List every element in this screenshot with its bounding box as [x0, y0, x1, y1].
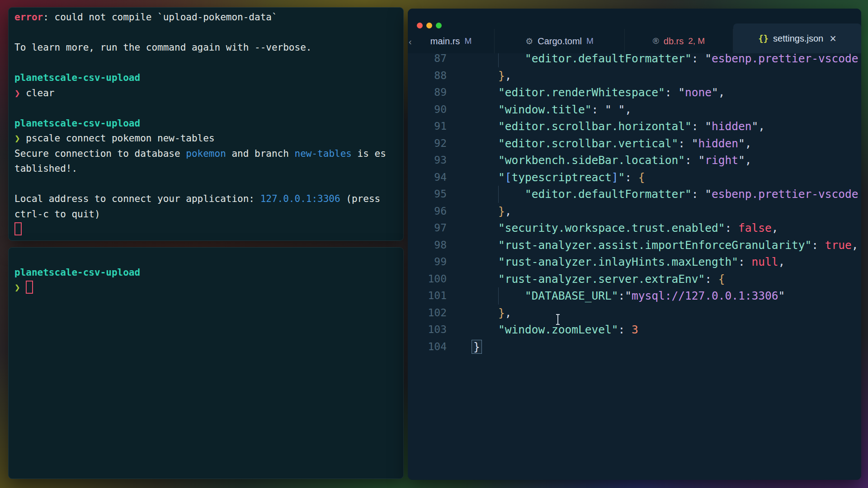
line-number: 87: [416, 53, 447, 67]
tab-label: db.rs: [664, 36, 684, 47]
line-number: 95: [416, 186, 447, 203]
line-number: 104: [416, 338, 447, 356]
code-text: "window.title": " ",: [472, 101, 632, 118]
code-line-87: 87"editor.defaultFormatter": "esbenp.pre…: [408, 53, 861, 67]
code-line-89: 89"editor.renderWhitespace": "none",: [408, 84, 861, 101]
terminal-line: [14, 101, 403, 116]
code-line-96: 96},: [408, 203, 861, 220]
code-text: "DATABASE_URL":"mysql://127.0.0.1:3306": [472, 287, 785, 305]
line-number: 88: [416, 67, 447, 84]
code-text: "rust-analyzer.assist.importEnforceGranu…: [472, 237, 859, 254]
line-number: 96: [416, 203, 447, 220]
code-line-101: 101"DATABASE_URL":"mysql://127.0.0.1:330…: [408, 287, 861, 305]
line-number: 98: [416, 237, 447, 254]
line-number: 90: [416, 101, 447, 118]
code-line-90: 90"window.title": " ",: [408, 101, 861, 118]
tab-cargo-toml[interactable]: ⚙Cargo.tomlM: [495, 29, 625, 53]
code-text: "editor.defaultFormatter": "esbenp.prett…: [472, 53, 859, 67]
close-button[interactable]: [417, 23, 423, 28]
text-ibeam-cursor: [555, 314, 561, 325]
code-text: "editor.scrollbar.vertical": "hidden",: [472, 135, 752, 152]
code-text: },: [472, 67, 512, 84]
code-line-98: 98"rust-analyzer.assist.importEnforceGra…: [408, 237, 861, 254]
code-line-91: 91"editor.scrollbar.horizontal": "hidden…: [408, 118, 861, 135]
terminal-line: ❯ clear: [14, 86, 403, 101]
code-line-93: 93"workbench.sideBar.location": "right",: [408, 152, 861, 169]
code-text: "[typescriptreact]": {: [472, 169, 645, 186]
terminal-line: ❯ pscale connect pokemon new-tables: [14, 131, 403, 146]
line-number: 101: [416, 287, 447, 305]
terminal-line: tablished!.: [14, 161, 403, 177]
gear-icon: ⚙: [525, 36, 533, 47]
line-number: 91: [416, 118, 447, 135]
tab-db-rs[interactable]: ®db.rs2, M: [625, 29, 733, 53]
code-line-92: 92"editor.scrollbar.vertical": "hidden",: [408, 135, 861, 152]
vscode-window: ‹ main.rsM⚙Cargo.tomlM®db.rs2, M{}settin…: [408, 9, 861, 480]
line-number: 97: [416, 220, 447, 237]
rust-icon: ®: [653, 36, 659, 46]
code-rows: 87"editor.defaultFormatter": "esbenp.pre…: [408, 53, 861, 355]
line-number: 92: [416, 135, 447, 152]
line-number: 93: [416, 152, 447, 169]
code-line-88: 88},: [408, 67, 861, 84]
code-text: "editor.renderWhitespace": "none",: [472, 84, 725, 101]
code-text: "editor.defaultFormatter": "esbenp.prett…: [472, 186, 859, 203]
terminal-line: error: could not compile `upload-pokemon…: [14, 10, 403, 25]
terminal-cursor: [26, 281, 33, 294]
terminal-line: ❯: [14, 280, 403, 296]
code-text: "security.workspace.trust.enabled": fals…: [472, 220, 778, 237]
modified-badge: M: [586, 36, 594, 46]
title-bar[interactable]: ‹ main.rsM⚙Cargo.tomlM®db.rs2, M{}settin…: [408, 9, 861, 53]
terminal-pane-bottom[interactable]: planetscale-csv-upload❯: [8, 247, 404, 479]
code-line-94: 94"[typescriptreact]": {: [408, 169, 861, 186]
minimize-button[interactable]: [426, 23, 432, 28]
code-line-97: 97"security.workspace.trust.enabled": fa…: [408, 220, 861, 237]
code-text: "editor.scrollbar.horizontal": "hidden",: [472, 118, 765, 135]
code-text: "workbench.sideBar.location": "right",: [472, 152, 752, 169]
editor-area[interactable]: 87"editor.defaultFormatter": "esbenp.pre…: [408, 53, 861, 480]
line-number: 94: [416, 169, 447, 186]
code-text: }: [472, 338, 482, 356]
code-line-102: 102},: [408, 305, 861, 322]
terminal-line: [14, 56, 403, 71]
terminal-line: ctrl-c to quit): [14, 207, 403, 222]
line-number: 103: [416, 321, 447, 338]
terminal-line: [14, 250, 403, 265]
tab-main-rs[interactable]: main.rsM: [408, 29, 495, 53]
code-line-95: 95"editor.defaultFormatter": "esbenp.pre…: [408, 186, 861, 203]
code-line-104: 104}: [408, 338, 861, 356]
modified-badge: M: [464, 36, 472, 46]
line-number: 89: [416, 84, 447, 101]
tab-settings-json[interactable]: {}settings.json×: [733, 23, 861, 53]
code-text: },: [472, 203, 512, 220]
line-number: 102: [416, 305, 447, 322]
code-line-100: 100"rust-analyzer.server.extraEnv": {: [408, 271, 861, 288]
zoom-button[interactable]: [436, 23, 442, 28]
code-line-99: 99"rust-analyzer.inlayHints.maxLength": …: [408, 253, 861, 271]
tab-bar: main.rsM⚙Cargo.tomlM®db.rs2, M{}settings…: [408, 29, 861, 53]
terminal-line: [14, 222, 403, 237]
terminal-line: planetscale-csv-upload: [14, 70, 403, 86]
terminal-line: Local address to connect your applicatio…: [14, 192, 403, 207]
terminal-line: To learn more, run the command again wit…: [14, 40, 403, 56]
code-text: },: [472, 305, 512, 322]
terminal-line: Secure connection to database pokemon an…: [14, 146, 403, 162]
tab-label: main.rs: [430, 36, 460, 47]
traffic-lights: [417, 23, 442, 28]
line-number: 99: [416, 253, 447, 271]
close-tab-icon[interactable]: ×: [830, 34, 836, 43]
terminal-cursor: [14, 222, 22, 235]
line-number: 100: [416, 271, 447, 288]
terminal-pane-top[interactable]: error: could not compile `upload-pokemon…: [8, 7, 404, 241]
code-text: "rust-analyzer.server.extraEnv": {: [472, 271, 725, 288]
code-text: "rust-analyzer.inlayHints.maxLength": nu…: [472, 253, 785, 271]
terminal-line: [14, 177, 403, 192]
tab-label: Cargo.toml: [538, 36, 582, 47]
terminal-line: planetscale-csv-upload: [14, 265, 403, 281]
braces-icon: {}: [758, 33, 769, 43]
tab-label: settings.json: [773, 33, 823, 44]
modified-badge: 2, M: [688, 36, 705, 46]
terminal-line: [14, 25, 403, 41]
code-line-103: 103"window.zoomLevel": 3: [408, 321, 861, 338]
terminal-line: planetscale-csv-upload: [14, 116, 403, 131]
